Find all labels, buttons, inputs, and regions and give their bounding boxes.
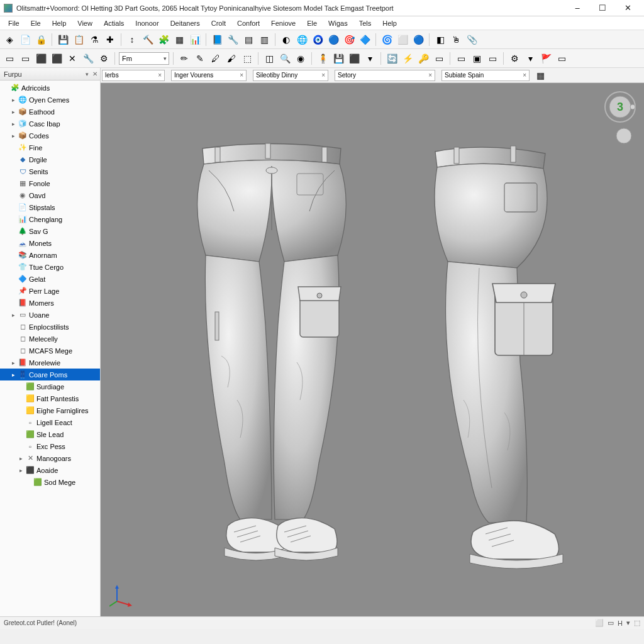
minimize-button[interactable]: ‒ [565, 0, 590, 16]
toolbar1-btn-17[interactable]: 🌐 [295, 33, 309, 47]
toolbar2-combo[interactable]: Fm [119, 52, 169, 65]
toolbar2-mid-btn-1[interactable]: ✎ [193, 52, 207, 65]
toolbar2-mid-btn-11[interactable]: ▾ [363, 52, 377, 65]
toolbar2-left-btn-1[interactable]: ▭ [18, 52, 32, 65]
menu-inonoor[interactable]: Inonoor [130, 18, 164, 29]
tree-item-enplocstilists[interactable]: ◻Enplocstilists [0, 321, 100, 333]
tree-item-adricoids[interactable]: 🧩Adricoids [0, 82, 100, 94]
tab-close-icon[interactable]: × [519, 72, 526, 79]
pin-icon[interactable]: ▾ [86, 71, 89, 77]
toolbar1-btn-5[interactable]: ⚗ [87, 33, 101, 47]
toolbar2-mid-btn-15[interactable]: ▭ [432, 52, 446, 65]
toolbar1-btn-0[interactable]: ◈ [3, 33, 16, 47]
tab-field-3[interactable]: Setory× [335, 70, 435, 81]
status-icon-2[interactable]: H [618, 619, 623, 627]
tree-item-morelewie[interactable]: ▸📕Morelewie [0, 357, 100, 369]
toolbar1-btn-27[interactable]: 📎 [465, 33, 479, 47]
view-home-icon[interactable] [615, 127, 633, 147]
toolbar1-btn-19[interactable]: 🔵 [326, 33, 340, 47]
toolbar2-mid-btn-18[interactable]: ▭ [486, 52, 499, 65]
menu-deitaners[interactable]: Deitaners [165, 18, 206, 29]
toolbar2-mid-btn-3[interactable]: 🖌 [225, 52, 238, 65]
toolbar1-btn-3[interactable]: 💾 [56, 33, 70, 47]
tab-field-2[interactable]: Sileotiby Dinny× [253, 70, 328, 81]
tree-item-ttue-cergo[interactable]: 👕Ttue Cergo [0, 261, 100, 273]
toolbar2-mid-btn-4[interactable]: ⬚ [240, 52, 254, 65]
menu-crolt[interactable]: Crolt [206, 18, 231, 29]
tree-item-sav-g[interactable]: 🌲Sav G [0, 225, 100, 237]
toolbar2-mid-btn-22[interactable]: ▭ [555, 52, 569, 65]
tree-item-fine[interactable]: ✨Fine [0, 142, 100, 153]
menu-help[interactable]: Help [47, 18, 72, 29]
tab-field-0[interactable]: lerbs× [102, 70, 165, 81]
tab-field-1[interactable]: Inger Vourens× [171, 70, 247, 81]
toolbar2-left-btn-2[interactable]: ⬛ [34, 52, 48, 65]
tree-item-exc-pess[interactable]: ▫Exc Pess [0, 440, 100, 452]
toolbar1-btn-23[interactable]: ⬜ [396, 33, 409, 47]
toolbar1-btn-26[interactable]: 🖱 [449, 33, 463, 47]
tree-item-sod-mege[interactable]: 🟩Sod Mege [0, 476, 100, 488]
tab-close-icon[interactable]: × [318, 72, 325, 79]
menu-ele[interactable]: Ele [301, 18, 323, 29]
tree-item-senits[interactable]: 🛡Senits [0, 165, 100, 177]
toolbar2-mid-btn-6[interactable]: 🔍 [278, 52, 292, 65]
tree-item-anornam[interactable]: 📚Anornam [0, 249, 100, 261]
toolbar1-btn-11[interactable]: 📊 [188, 33, 202, 47]
menu-confort[interactable]: Confort [231, 18, 265, 29]
toolbar1-btn-14[interactable]: ▤ [242, 33, 255, 47]
toolbar2-mid-btn-12[interactable]: 🔄 [385, 52, 399, 65]
tree-item-chenglang[interactable]: 📊Chenglang [0, 213, 100, 225]
toolbar1-btn-22[interactable]: 🌀 [380, 33, 394, 47]
toolbar2-left-btn-3[interactable]: ⬛ [50, 52, 64, 65]
tree-item-surdiage[interactable]: 🟩Surdiage [0, 380, 100, 392]
tree-item-momers[interactable]: 📕Momers [0, 297, 100, 309]
toolbar2-mid-btn-13[interactable]: ⚡ [401, 52, 414, 65]
status-icon-4[interactable]: ⬚ [634, 619, 640, 627]
viewport-3d[interactable]: 3 [101, 83, 644, 616]
toolbar1-btn-24[interactable]: 🔵 [411, 33, 425, 47]
tree-item-oyen-cemes[interactable]: ▸🌐Oyen Cemes [0, 94, 100, 106]
tree-item-casc-ibap[interactable]: ▸🧊Casc Ibap [0, 118, 100, 130]
tree-item-eighe-farniglires[interactable]: 🟨Eighe Farniglires [0, 404, 100, 416]
tree-item-oavd[interactable]: ◉Oavd [0, 189, 100, 201]
toolbar2-mid-btn-14[interactable]: 🔑 [416, 52, 430, 65]
menu-tels[interactable]: Tels [353, 18, 377, 29]
toolbar1-btn-21[interactable]: 🔷 [358, 33, 372, 47]
tree-item-mcafs-mege[interactable]: ◻MCAFS Mege [0, 345, 100, 357]
toolbar1-btn-10[interactable]: ▦ [172, 33, 186, 47]
menu-view[interactable]: View [72, 18, 98, 29]
tree-item-coare-poms[interactable]: ▸👖Coare Poms [0, 369, 100, 380]
menu-help[interactable]: Help [377, 18, 402, 29]
tree-item-manogoars[interactable]: ▸✕Manogoars [0, 452, 100, 464]
tree-item-fonole[interactable]: ▦Fonole [0, 177, 100, 189]
status-icon-0[interactable]: ⬜ [595, 619, 604, 627]
tree-item-perr-lage[interactable]: 📌Perr Lage [0, 285, 100, 297]
tree-item-drgile[interactable]: ◆Drgile [0, 153, 100, 165]
toolbar2-mid-btn-5[interactable]: ◫ [262, 52, 276, 65]
toolbar1-btn-8[interactable]: 🔨 [141, 33, 155, 47]
tree-view[interactable]: 🧩Adricoids▸🌐Oyen Cemes▸📦Eathood▸🧊Casc Ib… [0, 80, 100, 616]
axis-gizmo[interactable] [109, 582, 135, 608]
maximize-button[interactable]: ☐ [590, 0, 615, 16]
menu-ele[interactable]: Ele [25, 18, 47, 29]
tree-item-codes[interactable]: ▸📦Codes [0, 130, 100, 142]
toolbar2-left-btn-4[interactable]: ✕ [65, 52, 79, 65]
tab-close-icon[interactable]: × [425, 72, 432, 79]
toolbar2-left-btn-0[interactable]: ▭ [3, 52, 16, 65]
menu-wigas[interactable]: Wigas [323, 18, 353, 29]
toolbar1-btn-1[interactable]: 📄 [18, 33, 32, 47]
tree-item-sle-lead[interactable]: 🟩Sle Lead [0, 428, 100, 440]
toolbar1-btn-16[interactable]: ◐ [279, 33, 293, 47]
toolbar2-mid-btn-17[interactable]: ▣ [470, 52, 484, 65]
tree-item-melecelly[interactable]: ◻Melecelly [0, 333, 100, 345]
tree-item-ligell-eeact[interactable]: ▫Ligell Eeact [0, 416, 100, 428]
toolbar1-btn-20[interactable]: 🎯 [342, 33, 356, 47]
toolbar1-btn-6[interactable]: ✚ [103, 33, 117, 47]
toolbar2-mid-btn-10[interactable]: ⬛ [347, 52, 361, 65]
status-icon-1[interactable]: ▭ [608, 619, 614, 627]
tree-item-eathood[interactable]: ▸📦Eathood [0, 106, 100, 118]
toolbar2-mid-btn-20[interactable]: ▾ [523, 52, 537, 65]
tabstrip-extra-icon[interactable]: ▦ [533, 69, 547, 82]
menu-feniove[interactable]: Feniove [265, 18, 301, 29]
tree-item-monets[interactable]: 🗻Monets [0, 237, 100, 249]
